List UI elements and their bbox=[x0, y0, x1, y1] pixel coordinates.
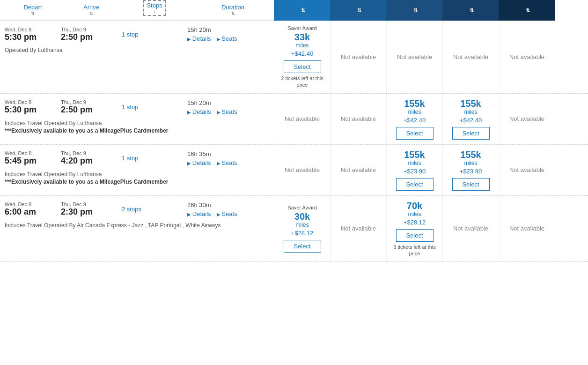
exclusive-note: ***Exclusively available to you as a Mil… bbox=[5, 179, 269, 185]
select-button[interactable]: Select bbox=[452, 127, 490, 140]
sort-arrive[interactable]: Arrive ⇅ bbox=[61, 4, 122, 16]
not-available-label: Not available bbox=[509, 53, 544, 60]
sort-duration[interactable]: Duration ⇅ bbox=[187, 4, 279, 16]
economy-header: ⇅ bbox=[274, 0, 330, 21]
depart-date: Wed, Dec 8 bbox=[5, 201, 61, 207]
not-available-label: Not available bbox=[509, 166, 544, 173]
arrive-date: Thu, Dec 9 bbox=[61, 150, 122, 156]
select-button[interactable]: Select bbox=[284, 60, 321, 73]
miles-value: 30k bbox=[294, 211, 310, 222]
depart-date: Wed, Dec 8 bbox=[5, 150, 61, 156]
depart-date: Wed, Dec 8 bbox=[5, 99, 61, 105]
details-link[interactable]: Details bbox=[187, 35, 211, 42]
seats-link[interactable]: Seats bbox=[217, 108, 237, 115]
stops-label: Stops bbox=[147, 2, 162, 9]
miles-value: 70k bbox=[407, 201, 422, 211]
flight-info-cell: Wed, Dec 85:30 pmThu, Dec 92:50 pm1 stop… bbox=[0, 21, 274, 93]
not-available-label: Not available bbox=[509, 115, 544, 122]
arrive-date: Thu, Dec 9 bbox=[61, 201, 122, 207]
miles-unit: miles bbox=[464, 160, 477, 166]
cash-value: +$42.40 bbox=[460, 117, 482, 124]
flight-info-cell: Wed, Dec 85:45 pmThu, Dec 94:20 pm1 stop… bbox=[0, 145, 274, 195]
not-available-label: Not available bbox=[341, 225, 376, 232]
flight-results-container: Depart ⇅ Arrive ⇅ Stops ↓ Duration ⇅ ⇅ bbox=[0, 0, 588, 262]
cash-value: +$42.40 bbox=[291, 50, 313, 57]
business-mixed-header: ⇅ bbox=[386, 0, 442, 21]
cash-value: +$23.90 bbox=[404, 168, 426, 175]
operated-by-label: Includes Travel Operated By Lufthansa bbox=[5, 171, 269, 178]
premium-economy-fare-cell: Not available bbox=[330, 196, 386, 262]
economy-fare-cell: Saver Award30kmiles+$28.12Select bbox=[274, 196, 330, 262]
operated-by-label: Operated By Lufthansa bbox=[5, 47, 269, 53]
seats-link[interactable]: Seats bbox=[217, 210, 237, 217]
not-available-label: Not available bbox=[397, 53, 432, 60]
business-header: ⇅ bbox=[442, 0, 499, 21]
not-available-label: Not available bbox=[341, 53, 376, 60]
duration-links: 15h 20mDetailsSeats bbox=[187, 99, 279, 115]
select-button[interactable]: Select bbox=[284, 240, 321, 253]
depart-time: 5:45 pm bbox=[5, 156, 61, 166]
arrive-time: 4:20 pm bbox=[61, 156, 122, 166]
cash-value: +$28.12 bbox=[291, 230, 313, 237]
duration-links: 16h 35mDetailsSeats bbox=[187, 150, 279, 166]
duration-value: 15h 20m bbox=[187, 99, 279, 106]
arrive-time: 2:30 pm bbox=[61, 207, 122, 217]
select-button[interactable]: Select bbox=[452, 178, 490, 191]
flight-info-cell: Wed, Dec 86:00 amThu, Dec 92:30 pm2 stop… bbox=[0, 196, 274, 262]
miles-unit: miles bbox=[408, 109, 421, 115]
operated-by-label: Includes Travel Operated By Lufthansa bbox=[5, 120, 269, 127]
premium-economy-sort-icon: ⇅ bbox=[357, 7, 361, 14]
miles-unit: miles bbox=[295, 42, 309, 49]
seats-link[interactable]: Seats bbox=[217, 159, 237, 166]
stops-value: 2 stops bbox=[122, 206, 187, 213]
stops-value: 1 stop bbox=[122, 31, 187, 38]
award-label: Saver Award bbox=[287, 25, 316, 31]
arrive-block: Thu, Dec 92:30 pm bbox=[61, 201, 122, 217]
arrive-block: Thu, Dec 92:50 pm bbox=[61, 99, 122, 115]
not-available-label: Not available bbox=[285, 166, 320, 173]
depart-block: Wed, Dec 85:45 pm bbox=[5, 150, 61, 166]
select-button[interactable]: Select bbox=[396, 229, 434, 242]
first-mixed-fare-cell: Not available bbox=[499, 145, 555, 195]
details-link[interactable]: Details bbox=[187, 159, 211, 166]
select-button[interactable]: Select bbox=[396, 127, 434, 140]
first-mixed-fare-cell: Not available bbox=[499, 94, 555, 144]
business-mixed-fare-cell: 155kmiles+$42.40Select bbox=[386, 94, 442, 144]
table-row: Wed, Dec 85:45 pmThu, Dec 94:20 pm1 stop… bbox=[0, 145, 588, 196]
sort-stops[interactable]: Stops ↓ bbox=[122, 0, 187, 16]
cash-value: +$42.40 bbox=[404, 117, 426, 124]
not-available-label: Not available bbox=[453, 225, 488, 232]
arrive-block: Thu, Dec 94:20 pm bbox=[61, 150, 122, 166]
depart-block: Wed, Dec 86:00 am bbox=[5, 201, 61, 217]
arrive-time: 2:50 pm bbox=[61, 105, 122, 115]
operated-by-label: Includes Travel Operated By Air Canada E… bbox=[5, 222, 269, 229]
duration-links: 15h 20mDetailsSeats bbox=[187, 26, 279, 42]
business-fare-cell: 155kmiles+$42.40Select bbox=[442, 94, 499, 144]
miles-unit: miles bbox=[295, 222, 309, 228]
stops-value: 1 stop bbox=[122, 104, 187, 111]
duration-value: 15h 20m bbox=[187, 26, 279, 33]
details-link[interactable]: Details bbox=[187, 108, 211, 115]
flight-info-cell: Wed, Dec 85:30 pmThu, Dec 92:50 pm1 stop… bbox=[0, 94, 274, 144]
depart-block: Wed, Dec 85:30 pm bbox=[5, 99, 61, 115]
economy-fare-cell: Not available bbox=[274, 145, 330, 195]
cash-value: +$28.12 bbox=[404, 219, 426, 226]
first-mixed-fare-cell: Not available bbox=[499, 21, 555, 93]
not-available-label: Not available bbox=[453, 53, 488, 60]
business-mixed-fare-cell: Not available bbox=[386, 21, 442, 93]
depart-block: Wed, Dec 85:30 pm bbox=[5, 27, 61, 42]
exclusive-note: ***Exclusively available to you as a Mil… bbox=[5, 127, 269, 134]
premium-economy-fare-cell: Not available bbox=[330, 21, 386, 93]
seats-link[interactable]: Seats bbox=[217, 35, 237, 42]
business-fare-cell: Not available bbox=[442, 196, 499, 262]
miles-value: 155k bbox=[404, 149, 425, 160]
miles-unit: miles bbox=[408, 211, 421, 217]
arrive-block: Thu, Dec 92:50 pm bbox=[61, 27, 122, 42]
depart-label: Depart bbox=[23, 4, 42, 11]
table-row: Wed, Dec 86:00 amThu, Dec 92:30 pm2 stop… bbox=[0, 196, 588, 262]
economy-fare-cell: Saver Award33kmiles+$42.40Select2 ticket… bbox=[274, 21, 330, 93]
details-link[interactable]: Details bbox=[187, 210, 211, 217]
select-button[interactable]: Select bbox=[396, 178, 434, 191]
sort-depart[interactable]: Depart ⇅ bbox=[5, 4, 61, 16]
table-row: Wed, Dec 85:30 pmThu, Dec 92:50 pm1 stop… bbox=[0, 94, 588, 145]
